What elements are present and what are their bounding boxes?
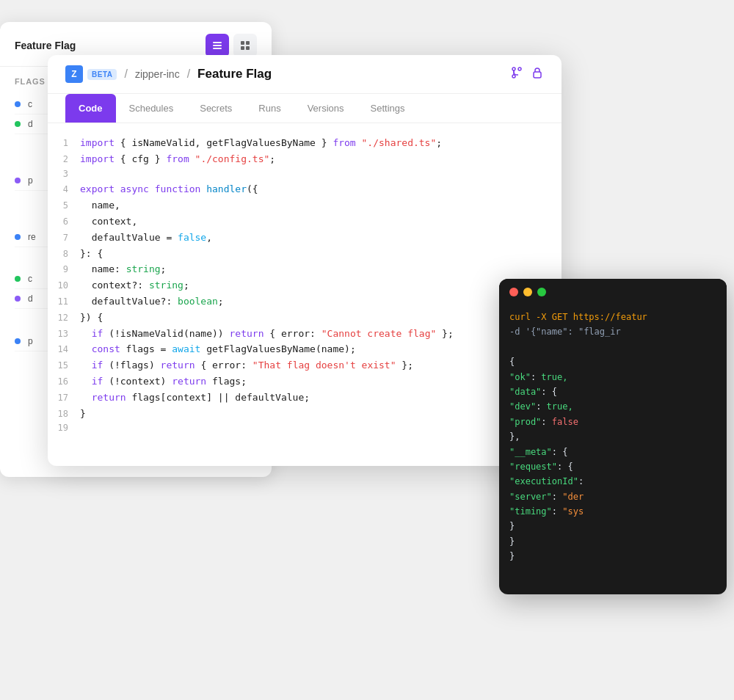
svg-rect-5 [241, 46, 244, 50]
flag-dot [15, 296, 21, 302]
terminal-line-data-close: }, [509, 429, 716, 444]
code-line-14: 14 const flags = await getFlagValuesByNa… [48, 341, 562, 357]
terminal-line-server: "server": "der [509, 489, 716, 504]
terminal-line-timing: "timing": "sys [509, 504, 716, 519]
code-line-1: 1 import { isNameValid, getFlagValuesByN… [48, 135, 562, 151]
org-name[interactable]: zipper-inc [135, 68, 180, 80]
code-line-12: 12 }) { [48, 310, 562, 326]
code-line-9: 9 name: string; [48, 261, 562, 277]
main-panel-header: Z BETA / zipper-inc / Feature Flag [48, 55, 562, 94]
terminal-titlebar [499, 279, 727, 304]
flag-name: d [28, 294, 33, 304]
breadcrumb-separator-1: / [124, 68, 127, 81]
terminal-panel: curl -X GET https://featur -d '{"name": … [499, 279, 727, 594]
svg-rect-4 [246, 41, 250, 45]
beta-badge: BETA [87, 69, 117, 80]
svg-rect-1 [213, 45, 222, 46]
bg-panel-title: Feature Flag [15, 40, 76, 51]
flag-dot [15, 338, 21, 344]
code-line-16: 16 if (!context) return flags; [48, 373, 562, 390]
logo-icon: Z [65, 65, 83, 83]
code-line-18: 18 } [48, 406, 562, 422]
code-line-17: 17 return flags[context] || defaultValue… [48, 390, 562, 406]
terminal-line-execid: "executionId": [509, 474, 716, 489]
lock-icon[interactable] [531, 66, 544, 82]
terminal-line-meta-close: } [509, 534, 716, 549]
svg-point-7 [512, 68, 515, 70]
flag-dot [15, 234, 21, 240]
app-title: Feature Flag [197, 67, 272, 81]
tab-versions[interactable]: Versions [294, 94, 357, 123]
tab-schedules[interactable]: Schedules [116, 94, 187, 123]
flag-name: p [28, 336, 33, 346]
code-line-13: 13 if (!isNameValid(name)) return { erro… [48, 326, 562, 342]
tabs-bar: Code Schedules Secrets Runs Versions Set… [48, 94, 562, 123]
code-line-19: 19 [48, 421, 562, 436]
terminal-line-ok: "ok": true, [509, 370, 716, 384]
traffic-light-green[interactable] [537, 288, 546, 296]
svg-rect-2 [213, 48, 222, 49]
flag-name: re [28, 232, 36, 242]
header-icons [510, 66, 544, 82]
code-line-8: 8 }: { [48, 246, 562, 262]
terminal-line-meta: "__meta": { [509, 445, 716, 459]
flag-name: d [28, 119, 33, 129]
branch-icon[interactable] [510, 66, 523, 82]
svg-point-9 [512, 75, 515, 78]
tab-runs[interactable]: Runs [245, 94, 294, 123]
tab-code[interactable]: Code [65, 94, 116, 123]
flag-name: c [28, 99, 32, 109]
svg-rect-6 [246, 46, 250, 50]
traffic-light-yellow[interactable] [523, 288, 532, 296]
code-line-7: 7 defaultValue = false, [48, 230, 562, 246]
terminal-line-data: -d '{"name": "flag_ir [509, 324, 716, 339]
svg-rect-10 [534, 72, 541, 78]
svg-rect-3 [241, 41, 244, 45]
breadcrumb-separator-2: / [187, 68, 190, 81]
flag-name: c [28, 274, 32, 284]
tab-secrets[interactable]: Secrets [186, 94, 245, 123]
code-line-6: 6 context, [48, 214, 562, 230]
flag-dot [15, 101, 21, 107]
bg-panel-icon-group [206, 34, 257, 57]
flag-dot [15, 178, 21, 183]
code-editor[interactable]: 1 import { isNameValid, getFlagValuesByN… [48, 123, 562, 453]
grid-view-button[interactable] [233, 34, 257, 57]
terminal-line-curl: curl -X GET https://featur [509, 310, 716, 324]
code-line-4: 4 export async function handler({ [48, 181, 562, 197]
svg-rect-0 [213, 42, 222, 43]
terminal-line-brace-open: { [509, 354, 716, 369]
terminal-line-prod: "prod": false [509, 415, 716, 429]
terminal-line-final-close: } [509, 549, 716, 564]
code-line-3: 3 [48, 167, 562, 182]
svg-point-8 [518, 68, 521, 70]
flag-dot [15, 276, 21, 282]
code-line-11: 11 defaultValue?: boolean; [48, 294, 562, 310]
terminal-line-data-key: "data": { [509, 384, 716, 399]
main-panel: Z BETA / zipper-inc / Feature Flag [48, 55, 562, 466]
tab-settings[interactable]: Settings [357, 94, 418, 123]
flag-dot [15, 121, 21, 127]
code-line-2: 2 import { cfg } from "./config.ts"; [48, 151, 562, 167]
terminal-line-request: "request": { [509, 459, 716, 474]
code-line-5: 5 name, [48, 197, 562, 214]
code-line-15: 15 if (!flags) return { error: "That fla… [48, 357, 562, 373]
zipper-logo: Z BETA [65, 65, 117, 83]
list-view-button[interactable] [206, 34, 229, 57]
terminal-line-dev: "dev": true, [509, 399, 716, 414]
code-line-10: 10 context?: string; [48, 277, 562, 294]
terminal-line-req-close: } [509, 519, 716, 533]
traffic-light-red[interactable] [509, 288, 518, 296]
terminal-content: curl -X GET https://featur -d '{"name": … [499, 304, 727, 570]
flag-name: p [28, 175, 33, 186]
